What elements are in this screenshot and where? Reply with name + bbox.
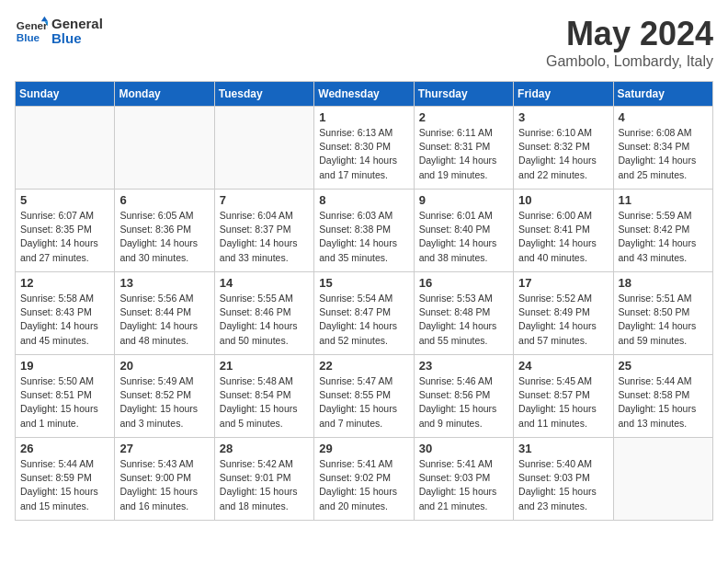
day-number: 10 <box>518 193 608 207</box>
logo-line1: General <box>51 17 103 32</box>
day-number: 29 <box>319 442 408 455</box>
page-header: General Blue General Blue May 2024 Gambo… <box>15 15 713 70</box>
day-cell: 21Sunrise: 5:48 AM Sunset: 8:54 PM Dayli… <box>214 355 313 438</box>
day-cell: 15Sunrise: 5:54 AM Sunset: 8:47 PM Dayli… <box>314 272 414 355</box>
weekday-friday: Friday <box>514 82 613 107</box>
day-cell: 26Sunrise: 5:44 AM Sunset: 8:59 PM Dayli… <box>16 438 115 521</box>
day-cell <box>613 438 712 521</box>
month-title: May 2024 <box>546 15 713 53</box>
day-info: Sunrise: 5:47 AM Sunset: 8:55 PM Dayligh… <box>319 374 408 431</box>
day-number: 1 <box>319 110 408 124</box>
day-number: 3 <box>518 110 608 124</box>
day-number: 11 <box>619 193 708 207</box>
day-number: 18 <box>619 276 708 290</box>
day-cell: 8Sunrise: 6:03 AM Sunset: 8:38 PM Daylig… <box>314 190 414 272</box>
weekday-thursday: Thursday <box>414 82 513 107</box>
day-cell: 14Sunrise: 5:55 AM Sunset: 8:46 PM Dayli… <box>214 272 313 355</box>
day-info: Sunrise: 6:04 AM Sunset: 8:37 PM Dayligh… <box>220 209 309 265</box>
day-number: 6 <box>119 193 209 207</box>
day-cell: 22Sunrise: 5:47 AM Sunset: 8:55 PM Dayli… <box>314 355 414 438</box>
day-info: Sunrise: 6:00 AM Sunset: 8:41 PM Dayligh… <box>518 209 608 265</box>
day-cell: 16Sunrise: 5:53 AM Sunset: 8:48 PM Dayli… <box>414 272 513 355</box>
day-number: 9 <box>419 193 508 207</box>
day-info: Sunrise: 5:44 AM Sunset: 8:59 PM Dayligh… <box>20 457 109 513</box>
day-cell: 10Sunrise: 6:00 AM Sunset: 8:41 PM Dayli… <box>514 190 613 272</box>
day-number: 27 <box>119 442 209 455</box>
day-info: Sunrise: 6:08 AM Sunset: 8:34 PM Dayligh… <box>619 126 708 182</box>
day-cell: 25Sunrise: 5:44 AM Sunset: 8:58 PM Dayli… <box>613 355 712 438</box>
day-number: 19 <box>20 359 109 373</box>
day-cell: 11Sunrise: 5:59 AM Sunset: 8:42 PM Dayli… <box>613 190 712 272</box>
day-cell: 31Sunrise: 5:40 AM Sunset: 9:03 PM Dayli… <box>514 438 613 521</box>
day-info: Sunrise: 5:51 AM Sunset: 8:50 PM Dayligh… <box>619 292 708 348</box>
day-number: 22 <box>319 359 408 373</box>
title-block: May 2024 Gambolo, Lombardy, Italy <box>546 15 713 70</box>
weekday-tuesday: Tuesday <box>214 82 313 107</box>
day-info: Sunrise: 5:58 AM Sunset: 8:43 PM Dayligh… <box>20 292 109 348</box>
day-cell: 17Sunrise: 5:52 AM Sunset: 8:49 PM Dayli… <box>514 272 613 355</box>
day-cell <box>214 107 313 190</box>
day-cell: 3Sunrise: 6:10 AM Sunset: 8:32 PM Daylig… <box>514 107 613 190</box>
day-info: Sunrise: 5:55 AM Sunset: 8:46 PM Dayligh… <box>220 292 309 348</box>
calendar-header: SundayMondayTuesdayWednesdayThursdayFrid… <box>16 82 713 107</box>
day-info: Sunrise: 5:50 AM Sunset: 8:51 PM Dayligh… <box>20 374 109 431</box>
day-info: Sunrise: 5:49 AM Sunset: 8:52 PM Dayligh… <box>119 374 209 431</box>
weekday-saturday: Saturday <box>613 82 712 107</box>
day-number: 24 <box>518 359 608 373</box>
day-number: 8 <box>319 193 408 207</box>
day-number: 7 <box>220 193 309 207</box>
day-cell: 20Sunrise: 5:49 AM Sunset: 8:52 PM Dayli… <box>115 355 214 438</box>
day-cell: 4Sunrise: 6:08 AM Sunset: 8:34 PM Daylig… <box>613 107 712 190</box>
day-cell: 7Sunrise: 6:04 AM Sunset: 8:37 PM Daylig… <box>214 190 313 272</box>
location-title: Gambolo, Lombardy, Italy <box>546 53 713 70</box>
day-cell: 9Sunrise: 6:01 AM Sunset: 8:40 PM Daylig… <box>414 190 513 272</box>
day-number: 16 <box>419 276 508 290</box>
day-number: 25 <box>619 359 708 373</box>
day-info: Sunrise: 5:44 AM Sunset: 8:58 PM Dayligh… <box>619 374 708 431</box>
logo: General Blue General Blue <box>15 15 103 48</box>
day-cell: 2Sunrise: 6:11 AM Sunset: 8:31 PM Daylig… <box>414 107 513 190</box>
day-info: Sunrise: 6:11 AM Sunset: 8:31 PM Dayligh… <box>419 126 508 182</box>
day-number: 2 <box>419 110 508 124</box>
day-number: 23 <box>419 359 508 373</box>
day-info: Sunrise: 6:05 AM Sunset: 8:36 PM Dayligh… <box>119 209 209 265</box>
svg-text:Blue: Blue <box>17 31 40 43</box>
day-cell <box>16 107 115 190</box>
day-cell: 18Sunrise: 5:51 AM Sunset: 8:50 PM Dayli… <box>613 272 712 355</box>
day-cell: 12Sunrise: 5:58 AM Sunset: 8:43 PM Dayli… <box>16 272 115 355</box>
day-number: 17 <box>518 276 608 290</box>
day-info: Sunrise: 5:53 AM Sunset: 8:48 PM Dayligh… <box>419 292 508 348</box>
day-number: 30 <box>419 442 508 455</box>
day-info: Sunrise: 6:10 AM Sunset: 8:32 PM Dayligh… <box>518 126 608 182</box>
day-number: 15 <box>319 276 408 290</box>
day-cell: 30Sunrise: 5:41 AM Sunset: 9:03 PM Dayli… <box>414 438 513 521</box>
day-info: Sunrise: 5:42 AM Sunset: 9:01 PM Dayligh… <box>220 457 309 513</box>
day-cell: 29Sunrise: 5:41 AM Sunset: 9:02 PM Dayli… <box>314 438 414 521</box>
day-info: Sunrise: 5:54 AM Sunset: 8:47 PM Dayligh… <box>319 292 408 348</box>
day-info: Sunrise: 5:45 AM Sunset: 8:57 PM Dayligh… <box>518 374 608 431</box>
day-info: Sunrise: 5:43 AM Sunset: 9:00 PM Dayligh… <box>119 457 209 513</box>
calendar-body: 1Sunrise: 6:13 AM Sunset: 8:30 PM Daylig… <box>16 107 713 521</box>
day-info: Sunrise: 5:48 AM Sunset: 8:54 PM Dayligh… <box>220 374 309 431</box>
day-number: 20 <box>119 359 209 373</box>
week-row-1: 1Sunrise: 6:13 AM Sunset: 8:30 PM Daylig… <box>16 107 713 190</box>
logo-icon: General Blue <box>15 15 48 48</box>
day-number: 12 <box>20 276 109 290</box>
week-row-3: 12Sunrise: 5:58 AM Sunset: 8:43 PM Dayli… <box>16 272 713 355</box>
day-number: 5 <box>20 193 109 207</box>
calendar-table: SundayMondayTuesdayWednesdayThursdayFrid… <box>15 81 713 521</box>
day-info: Sunrise: 6:03 AM Sunset: 8:38 PM Dayligh… <box>319 209 408 265</box>
weekday-monday: Monday <box>115 82 214 107</box>
week-row-2: 5Sunrise: 6:07 AM Sunset: 8:35 PM Daylig… <box>16 190 713 272</box>
logo-line2: Blue <box>51 31 103 47</box>
day-number: 14 <box>220 276 309 290</box>
weekday-sunday: Sunday <box>16 82 115 107</box>
day-info: Sunrise: 5:52 AM Sunset: 8:49 PM Dayligh… <box>518 292 608 348</box>
day-cell: 27Sunrise: 5:43 AM Sunset: 9:00 PM Dayli… <box>115 438 214 521</box>
day-info: Sunrise: 5:46 AM Sunset: 8:56 PM Dayligh… <box>419 374 508 431</box>
day-cell: 19Sunrise: 5:50 AM Sunset: 8:51 PM Dayli… <box>16 355 115 438</box>
day-info: Sunrise: 5:40 AM Sunset: 9:03 PM Dayligh… <box>518 457 608 513</box>
day-cell: 6Sunrise: 6:05 AM Sunset: 8:36 PM Daylig… <box>115 190 214 272</box>
weekday-wednesday: Wednesday <box>314 82 414 107</box>
day-cell <box>115 107 214 190</box>
